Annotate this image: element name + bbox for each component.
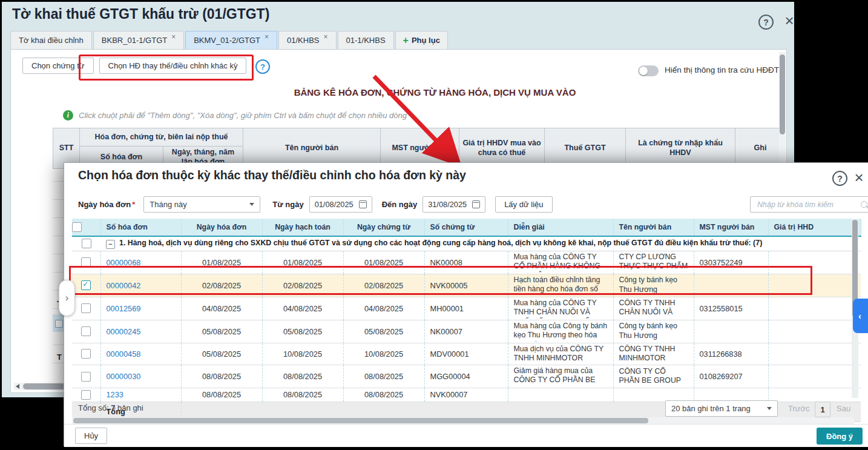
invoice-row-1233[interactable]: 123308/08/202508/08/202508/08/2025NVK000… [72,388,861,402]
invoice-number-cell: 00000068 [100,251,181,274]
calendar-icon[interactable] [472,200,480,208]
invoice-number-link[interactable]: 00012569 [107,304,141,313]
scrollbar-thumb[interactable] [73,418,648,423]
invoice-row-00000245[interactable]: 0000024505/08/202505/08/202505/08/2025NK… [72,320,861,343]
invoice-row-00000042[interactable]: 0000004202/08/202502/08/202502/08/2025NV… [72,274,861,297]
search-input[interactable] [756,200,857,210]
group-checkbox[interactable] [82,239,91,248]
invoice-date-cell: 02/08/2025 [181,274,262,297]
column-header-7[interactable]: Tên người bán [613,219,694,236]
add-appendix-label: Phụ lục [412,36,440,45]
description-cell: Giảm giá hàng mua của CÔNG TY CỔ PHẦN BE… [508,365,613,388]
document-date-cell: 08/08/2025 [343,388,424,402]
modal-horizontal-scrollbar[interactable] [72,417,854,424]
collapse-icon[interactable]: − [106,240,115,249]
main-horizontal-scrollbar[interactable] [14,383,66,390]
sheet-title: BẢNG KÊ HÓA ĐƠN, CHỨNG TỪ HÀNG HÓA, DỊCH… [47,87,823,98]
search-input-wrap[interactable] [750,196,868,213]
column-header-3[interactable]: Ngày hạch toán [262,219,343,236]
tab-2[interactable]: BKBR_01-1/GTGT× [93,31,184,49]
invoice-row-00000458[interactable]: 0000045805/08/202510/08/202510/08/2025MD… [72,343,861,365]
confirm-button[interactable]: Đồng ý [817,428,863,445]
tab-4[interactable]: 01/KHBS× [278,31,337,49]
toggle-knob [639,67,648,75]
invoice-number-link[interactable]: 00000458 [107,349,141,359]
to-date-label: Đến ngày [382,200,418,209]
invoice-number-link[interactable]: 00000042 [107,281,141,290]
scrollbar-thumb[interactable] [780,55,785,134]
from-date-value[interactable] [315,200,355,209]
column-header-9[interactable]: Giá trị HHD [768,219,861,236]
show-einvoice-info-toggle[interactable] [638,65,659,76]
pagination-page-box[interactable]: 1 [815,402,830,417]
invoice-table-body: −1. Hàng hoá, dịch vụ dùng riêng cho SXK… [72,236,861,422]
document-date-cell: 08/08/2025 [343,365,424,388]
row-checkbox[interactable] [81,280,91,290]
invoice-number-link[interactable]: 00000030 [107,372,141,381]
expand-panel-handle[interactable]: › [59,280,75,316]
tax-code-cell [694,320,768,343]
invoice-number-link[interactable]: 00000068 [107,258,141,267]
window-help-icon[interactable]: ? [758,15,774,30]
column-header-1[interactable]: Số hóa đơn [100,219,181,236]
window-close-icon[interactable]: × [781,13,797,28]
period-select[interactable]: Tháng này [143,196,260,213]
tab-3[interactable]: BKMV_01-2/GTGT× [185,31,277,49]
scroll-left-arrow-icon[interactable] [16,384,19,389]
invoice-number-link[interactable]: 1233 [107,390,123,399]
row-checkbox-cell [72,297,100,320]
row-checkbox[interactable] [81,303,91,313]
row-checkbox[interactable] [81,372,91,382]
invoice-row-00000030[interactable]: 0000003008/08/202508/08/202508/08/2025MG… [72,365,861,388]
cancel-button[interactable]: Hủy [75,428,107,444]
record-count: Tổng số: 7 bản ghi [78,403,143,412]
add-appendix-tab[interactable]: + Phụ lục [395,31,448,49]
modal-title: Chọn hóa đơn thuộc kỳ khác thay thế/điều… [78,168,466,182]
collapse-panel-handle[interactable]: ‹ [853,299,868,333]
tab-1[interactable]: Tờ khai điều chỉnh [10,31,92,49]
toolbar: Chọn chứng từ Chọn HĐ thay thế/điều chỉn… [22,58,246,74]
invoice-row-00012569[interactable]: 0001256904/08/202504/08/202504/08/2025MH… [72,297,861,320]
row-checkbox[interactable] [81,257,91,267]
scrollbar-thumb[interactable] [23,383,65,389]
row-checkbox[interactable] [81,390,91,400]
column-header-2[interactable]: Ngày hóa đơn [181,219,262,236]
column-header-8[interactable]: MST người bán [694,219,768,236]
tax-code-cell: 0303752249 [694,251,768,274]
tab-close-icon[interactable]: × [324,33,328,41]
calendar-icon[interactable] [359,200,367,208]
select-documents-button[interactable]: Chọn chứng từ [22,58,94,74]
invoice-number-link[interactable]: 00000245 [107,327,141,336]
modal-close-icon[interactable]: × [851,170,867,185]
tax-code-cell: 0312558015 [694,297,768,320]
tab-close-icon[interactable]: × [265,33,269,41]
clipped-row-checkbox[interactable] [55,320,63,328]
column-header-5[interactable]: Số chứng từ [424,219,508,236]
toolbar-help-icon[interactable]: ? [255,59,270,74]
row-checkbox[interactable] [81,349,91,359]
seller-name-cell: CÔNG TY TNHH CHĂN NUÔI VÀ CH... [613,297,694,320]
modal-help-icon[interactable]: ? [832,171,847,186]
column-header-4[interactable]: Ngày chứng từ [343,219,424,236]
row-checkbox[interactable] [81,326,91,336]
value-cell [768,274,861,297]
column-header-6[interactable]: Diễn giải [508,219,613,236]
page-size-select[interactable]: 20 bản ghi trên 1 trang [665,400,778,417]
invoice-date-label: Ngày hóa đơn [78,200,131,209]
select-invoice-other-period-button[interactable]: Chọn HĐ thay thế/điều chỉnh khác kỳ [99,58,247,74]
document-number-cell: NK00007 [424,320,508,343]
to-date-input[interactable] [422,196,485,213]
select-all-checkbox[interactable] [72,222,82,232]
to-date-value[interactable] [428,200,468,209]
tab-close-icon[interactable]: × [171,33,176,41]
group-row[interactable]: −1. Hàng hoá, dịch vụ dùng riêng cho SXK… [72,236,861,251]
document-date-cell: 02/08/2025 [343,274,424,297]
tab-5[interactable]: 01-1/KHBS [338,31,394,49]
from-date-input[interactable] [309,196,372,213]
document-date-cell: 01/08/2025 [343,251,424,274]
row-checkbox-cell [72,365,100,388]
pagination-prev[interactable]: Trước [788,404,810,413]
fetch-data-button[interactable]: Lấy dữ liệu [495,196,552,213]
invoice-row-00000068[interactable]: 0000006801/08/202501/08/202501/08/2025NK… [72,251,861,274]
pagination-next[interactable]: Sau [837,404,850,413]
